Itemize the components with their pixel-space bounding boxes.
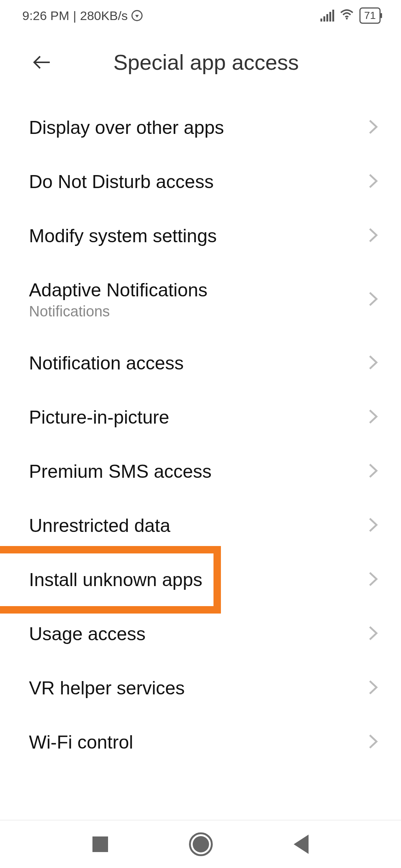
chevron-right-icon — [368, 571, 379, 588]
item-premium-sms-access[interactable]: Premium SMS access — [0, 444, 401, 499]
item-wifi-control[interactable]: Wi-Fi control — [0, 715, 401, 769]
item-modify-system-settings[interactable]: Modify system settings — [0, 209, 401, 263]
status-left: 9:26 PM | 280KB/s — [22, 9, 143, 23]
battery-level: 71 — [364, 10, 376, 22]
chevron-right-icon — [368, 409, 379, 426]
chevron-right-icon — [368, 463, 379, 480]
status-speed: 280KB/s — [80, 9, 128, 23]
chevron-right-icon — [368, 625, 379, 642]
item-label: Notification access — [29, 352, 184, 374]
svg-point-0 — [346, 18, 348, 20]
wifi-icon — [339, 8, 354, 23]
chevron-right-icon — [368, 227, 379, 244]
item-usage-access[interactable]: Usage access — [0, 607, 401, 661]
item-label: Do Not Disturb access — [29, 171, 213, 193]
item-label: Display over other apps — [29, 117, 224, 138]
item-sublabel: Notifications — [29, 303, 208, 320]
item-unrestricted-data[interactable]: Unrestricted data — [0, 499, 401, 553]
signal-icon — [320, 10, 334, 22]
item-picture-in-picture[interactable]: Picture-in-picture — [0, 390, 401, 444]
chevron-right-icon — [368, 517, 379, 534]
status-time: 9:26 PM — [22, 9, 69, 23]
item-install-unknown-apps[interactable]: Install unknown apps — [0, 553, 401, 607]
item-label: Modify system settings — [29, 225, 217, 247]
status-separator: | — [73, 9, 76, 23]
item-display-over-other-apps[interactable]: Display over other apps — [0, 101, 401, 155]
settings-list: Display over other apps Do Not Disturb a… — [0, 89, 401, 769]
alarm-icon — [131, 10, 143, 21]
nav-home-button[interactable] — [189, 832, 213, 856]
battery-icon: 71 — [359, 7, 381, 24]
chevron-right-icon — [368, 734, 379, 751]
header: Special app access — [0, 27, 401, 89]
chevron-right-icon — [368, 119, 379, 136]
item-notification-access[interactable]: Notification access — [0, 336, 401, 390]
nav-recents-button[interactable] — [92, 836, 108, 852]
item-do-not-disturb-access[interactable]: Do Not Disturb access — [0, 155, 401, 209]
item-label: Wi-Fi control — [29, 731, 133, 753]
status-bar: 9:26 PM | 280KB/s 71 — [0, 0, 401, 27]
chevron-right-icon — [368, 680, 379, 697]
item-label: Usage access — [29, 623, 146, 645]
item-label: Picture-in-picture — [29, 407, 169, 428]
status-right: 71 — [320, 7, 381, 24]
item-label: Adaptive Notifications — [29, 279, 208, 301]
nav-back-button[interactable] — [294, 835, 309, 854]
item-vr-helper-services[interactable]: VR helper services — [0, 661, 401, 715]
item-label: Install unknown apps — [29, 569, 202, 591]
chevron-right-icon — [368, 173, 379, 190]
navigation-bar — [0, 820, 401, 868]
item-adaptive-notifications[interactable]: Adaptive Notifications Notifications — [0, 263, 401, 336]
chevron-right-icon — [368, 355, 379, 372]
item-label: Premium SMS access — [29, 461, 212, 482]
item-label: VR helper services — [29, 677, 185, 699]
chevron-right-icon — [368, 291, 379, 308]
item-label: Unrestricted data — [29, 515, 170, 536]
page-title: Special app access — [30, 50, 382, 75]
